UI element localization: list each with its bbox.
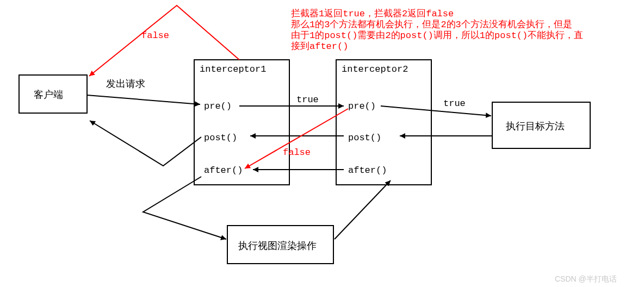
diagram: 客户端 interceptor1 pre() post() after() in… xyxy=(0,0,644,287)
label-request: 发出请求 xyxy=(106,78,145,89)
arrow-render-after2 xyxy=(335,180,391,239)
note-line1: 拦截器1返回true，拦截器2返回false xyxy=(291,8,454,19)
label-true1: true xyxy=(296,95,319,105)
label-true2: true xyxy=(443,98,466,109)
label-false-mid: false xyxy=(283,147,311,158)
interceptor1-after: after() xyxy=(204,165,243,176)
label-false-top: false xyxy=(141,30,169,41)
arrow-post1-client xyxy=(90,121,201,166)
interceptor2-after: after() xyxy=(348,165,387,176)
client-label: 客户端 xyxy=(34,89,63,100)
render-label: 执行视图渲染操作 xyxy=(238,240,317,251)
note-line3: 由于1的post()需要由2的post()调用，所以1的post()不能执行，直 xyxy=(291,30,583,41)
target-label: 执行目标方法 xyxy=(506,121,565,132)
interceptor1-pre: pre() xyxy=(204,101,232,111)
interceptor2-title: interceptor2 xyxy=(342,64,408,74)
interceptor2-pre: pre() xyxy=(348,101,376,111)
note-line4: 接到after() xyxy=(291,41,348,52)
arrow-after1-render xyxy=(143,177,226,239)
interceptor2-post: post() xyxy=(348,133,381,143)
watermark: CSDN @半打电话 xyxy=(555,274,617,283)
interceptor1-post: post() xyxy=(204,133,237,143)
arrow-request xyxy=(87,95,200,104)
interceptor1-title: interceptor1 xyxy=(200,64,266,74)
note-line2: 那么1的3个方法都有机会执行，但是2的3个方法没有机会执行，但是 xyxy=(291,19,572,30)
